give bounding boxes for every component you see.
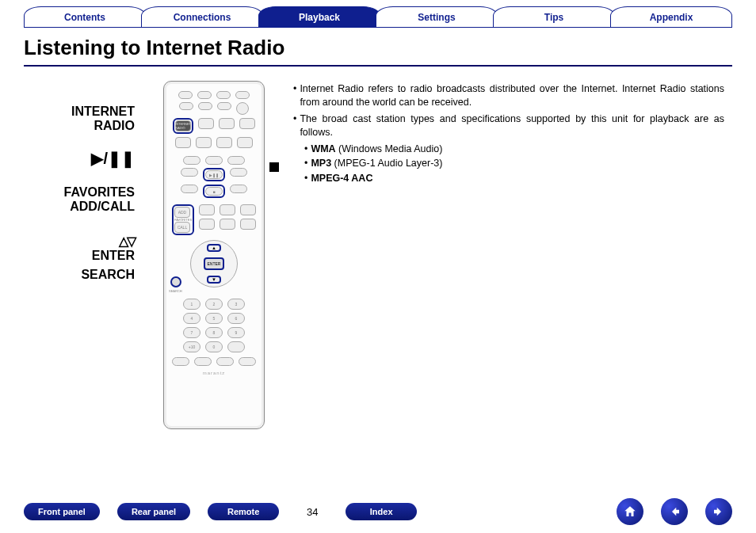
callout-search: SEARCH [81, 268, 135, 282]
remote-internet-radio-button: INTERNET RADIO [173, 118, 193, 134]
tab-connections[interactable]: Connections [141, 6, 263, 28]
remote-search-button [170, 276, 181, 287]
remote-play-pause-button: ▶❚❚ [203, 168, 225, 181]
home-icon [623, 504, 637, 519]
main-content: INTERNET RADIO ▶/❚❚ FAVORITES ADD/CALL △… [0, 67, 756, 429]
callout-favorites: FAVORITES [64, 185, 136, 200]
tab-settings[interactable]: Settings [376, 6, 498, 28]
tab-appendix[interactable]: Appendix [610, 6, 732, 28]
paragraph-1: Internet Radio refers to radio broadcast… [300, 82, 724, 109]
format-wma: WMA (Windows Media Audio) [311, 143, 442, 156]
footer-remote[interactable]: Remote [208, 503, 279, 520]
prev-button[interactable] [661, 498, 688, 525]
footer-front-panel[interactable]: Front panel [24, 503, 100, 520]
remote-enter-button: ENTER [204, 257, 224, 270]
callout-radio: RADIO [71, 119, 135, 133]
remote-diagram: INTERNET RADIO ▶❚❚ ■ ADD FAVORITES CALL [163, 81, 265, 429]
callout-internet: INTERNET [71, 105, 135, 119]
format-aac: MPEG-4 AAC [311, 172, 372, 185]
remote-brand: marantz [164, 371, 264, 375]
paragraph-2: The broad cast station types and specifi… [300, 112, 724, 139]
remote-diagram-column: INTERNET RADIO ▶❚❚ ■ ADD FAVORITES CALL [151, 81, 277, 429]
footer-nav: Front panel Rear panel Remote 34 Index [0, 498, 756, 525]
remote-up-button: ▲ [207, 244, 221, 252]
callout-up-down: △▽ [92, 234, 135, 249]
callout-enter: ENTER [92, 249, 135, 263]
tab-playback[interactable]: Playback [258, 6, 380, 28]
arrow-right-icon [712, 504, 726, 519]
next-button[interactable] [705, 498, 732, 525]
home-button[interactable] [617, 498, 643, 525]
remote-search-label: SEARCH [169, 289, 182, 293]
remote-stop-button: ■ [203, 185, 225, 198]
remote-favorites-group: ADD FAVORITES CALL [172, 204, 194, 235]
top-tabs: Contents Connections Playback Settings T… [0, 0, 756, 28]
footer-rear-panel[interactable]: Rear panel [117, 503, 190, 520]
callout-add-call: ADD/CALL [64, 200, 136, 214]
tab-tips[interactable]: Tips [493, 6, 615, 28]
stop-icon [269, 162, 279, 172]
callout-play-pause: ▶/❚❚ [91, 150, 135, 167]
arrow-left-icon [667, 504, 682, 519]
format-mp3: MP3 (MPEG-1 Audio Layer-3) [311, 157, 442, 170]
page-number: 34 [296, 506, 328, 518]
remote-callouts: INTERNET RADIO ▶/❚❚ FAVORITES ADD/CALL △… [24, 81, 135, 429]
footer-index[interactable]: Index [346, 503, 417, 520]
body-text: Internet Radio refers to radio broadcast… [293, 81, 732, 429]
page-title: Listening to Internet Radio [0, 28, 756, 63]
tab-contents[interactable]: Contents [24, 6, 146, 28]
remote-dpad: ▲ ENTER ▼ [190, 240, 238, 287]
remote-down-button: ▼ [207, 276, 221, 284]
